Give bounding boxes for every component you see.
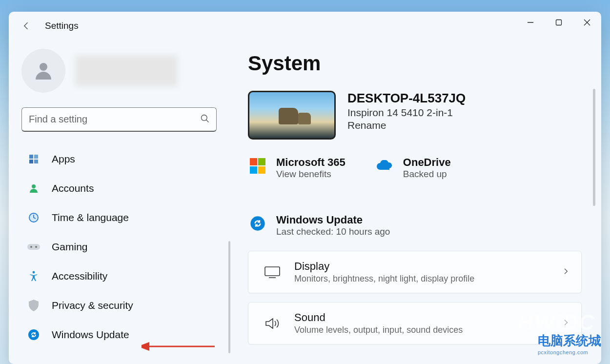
titlebar: Settings [9,12,601,40]
card-subtitle: Monitors, brightness, night light, displ… [294,274,474,284]
page-title: System [248,52,582,75]
svg-point-11 [32,184,36,188]
sidebar-item-time-language[interactable]: Time & language [21,203,224,232]
svg-point-22 [250,216,264,230]
tile-title: Microsoft 365 [276,156,346,169]
accessibility-icon [26,269,41,283]
svg-rect-18 [250,158,257,165]
svg-point-16 [33,271,35,274]
card-display[interactable]: Display Monitors, brightness, night ligh… [248,251,582,293]
speaker-icon [260,317,285,330]
svg-rect-9 [29,160,33,163]
nav-label: Apps [52,153,75,165]
globe-clock-icon [26,210,41,225]
person-icon [26,181,41,196]
svg-rect-21 [258,166,265,174]
nav-label: Windows Update [52,329,129,341]
svg-rect-13 [27,244,40,250]
settings-cards: Display Monitors, brightness, night ligh… [248,251,582,344]
tile-subtitle: View benefits [276,169,346,180]
sidebar-item-accessibility[interactable]: Accessibility [21,262,224,291]
svg-rect-8 [34,155,38,159]
chevron-right-icon [562,319,569,328]
sidebar-item-apps[interactable]: Apps [21,144,224,174]
gamepad-icon [26,240,41,254]
window-controls [516,12,601,33]
sidebar: Apps Accounts Time & language [9,40,228,364]
shield-icon [26,298,41,313]
tile-subtitle: Last checked: 10 hours ago [276,226,390,237]
settings-window: Settings [9,12,601,364]
sidebar-item-privacy-security[interactable]: Privacy & security [21,291,224,320]
nav-label: Privacy & security [52,300,133,311]
minimize-button[interactable] [516,12,545,33]
card-title: Sound [294,311,463,324]
nav-label: Time & language [52,212,129,223]
sidebar-item-accounts[interactable]: Accounts [21,174,224,203]
device-info: DESKTOP-4L537JQ Inspiron 14 5410 2-in-1 … [347,91,466,131]
microsoft-logo-icon [248,156,267,176]
search-input[interactable] [21,107,217,132]
svg-point-14 [30,246,32,248]
card-subtitle: Volume levels, output, input, sound devi… [294,325,463,335]
main-panel: System DESKTOP-4L537JQ Inspiron 14 5410 … [228,40,601,364]
svg-rect-10 [34,160,38,163]
tile-title: Windows Update [276,214,390,226]
nav-label: Accounts [52,182,94,194]
monitor-icon [260,266,285,279]
content-area: Apps Accounts Time & language [9,40,601,364]
user-profile-row[interactable] [21,49,224,93]
rename-link[interactable]: Rename [347,120,466,131]
svg-rect-7 [29,155,33,159]
apps-icon [26,152,41,166]
svg-point-4 [40,63,47,71]
sidebar-item-windows-update[interactable]: Windows Update [21,320,224,349]
svg-rect-19 [258,158,265,165]
device-thumbnail [248,91,336,140]
close-button[interactable] [573,12,601,33]
maximize-button[interactable] [545,12,573,33]
card-sound[interactable]: Sound Volume levels, output, input, soun… [248,302,582,344]
device-name: DESKTOP-4L537JQ [347,91,466,106]
device-summary[interactable]: DESKTOP-4L537JQ Inspiron 14 5410 2-in-1 … [248,91,582,140]
search-icon [200,114,210,125]
tile-onedrive[interactable]: OneDrive Backed up [375,156,451,180]
user-name-redacted [75,55,178,86]
nav-list: Apps Accounts Time & language [21,144,224,349]
update-icon [248,214,267,233]
status-tiles: Microsoft 365 View benefits OneDrive Bac… [248,151,582,237]
tile-title: OneDrive [403,156,451,169]
search-wrap [21,107,217,132]
avatar [21,49,65,93]
cloud-icon [375,156,394,176]
tile-microsoft-365[interactable]: Microsoft 365 View benefits [248,156,346,180]
app-title: Settings [45,20,79,31]
svg-rect-23 [265,267,280,276]
svg-line-6 [206,120,209,122]
main-scrollbar[interactable] [593,89,595,206]
svg-rect-1 [556,20,562,25]
back-button[interactable] [18,17,35,35]
device-model: Inspiron 14 5410 2-in-1 [347,107,466,119]
svg-point-15 [35,246,37,248]
card-title: Display [294,260,474,273]
tile-windows-update[interactable]: Windows Update Last checked: 10 hours ag… [248,214,582,237]
nav-label: Gaming [52,241,88,253]
tile-subtitle: Backed up [403,169,451,180]
chevron-right-icon [562,267,569,277]
update-icon [26,327,41,342]
sidebar-item-gaming[interactable]: Gaming [21,232,224,262]
svg-rect-20 [250,166,257,174]
svg-point-17 [28,329,39,340]
svg-point-5 [202,115,207,121]
nav-label: Accessibility [52,270,107,282]
